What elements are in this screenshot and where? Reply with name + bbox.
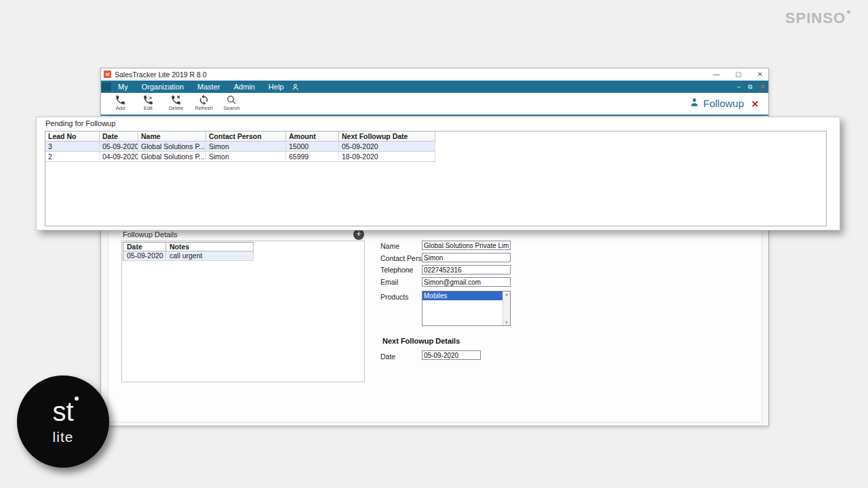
logo-dot-icon (75, 396, 79, 401)
add-followup-note-button[interactable]: + (353, 229, 364, 240)
edit-button[interactable]: Edit (134, 94, 162, 111)
pending-row-2[interactable]: 2 04-09-2020 Global Solutions P... Simon… (45, 152, 826, 162)
pending-row-1[interactable]: 3 05-09-2020 Global Solutions P... Simon… (45, 142, 826, 152)
telephone-label: Telephone (380, 266, 413, 274)
delete-button-label: Delete (169, 105, 184, 111)
refresh-button[interactable]: Refresh (190, 94, 218, 111)
col-amount[interactable]: Amount (286, 131, 339, 142)
pending-panel-title: Pending for Followup (45, 119, 115, 127)
cell-amount[interactable]: 65999 (286, 152, 339, 162)
minimize-icon[interactable]: — (713, 68, 719, 81)
view-title: Followup (703, 98, 744, 109)
edit-button-label: Edit (144, 105, 153, 111)
pending-followup-panel: Pending for Followup Lead No Date Name C… (36, 117, 840, 230)
email-field[interactable] (422, 277, 511, 287)
menu-item-master[interactable]: Master (191, 81, 227, 93)
followup-person-icon (690, 98, 699, 109)
products-listbox[interactable]: Mobiles ▲ ▼ (422, 291, 511, 326)
cell-contact-person[interactable]: Simon (206, 152, 286, 162)
pending-header-row: Lead No Date Name Contact Person Amount … (45, 131, 826, 142)
desktop-background: SPINSO st SalesTracker Lite 2019 R 8.0 —… (0, 0, 868, 488)
name-label: Name (380, 242, 399, 250)
spinso-logo-text: SPINSO (785, 9, 846, 26)
user-account-icon[interactable] (292, 83, 299, 91)
refresh-button-label: Refresh (195, 105, 212, 111)
close-icon[interactable]: ✕ (757, 68, 763, 81)
st-lite-logo: st lite (17, 375, 109, 468)
cell-date[interactable]: 05-09-2020 (100, 142, 138, 152)
window-titlebar[interactable]: st SalesTracker Lite 2019 R 8.0 — ▢ ✕ (101, 68, 768, 81)
notes-row[interactable]: 05-09-2020 call urgent (123, 251, 254, 261)
add-button[interactable]: Add (106, 94, 134, 111)
cell-contact-person[interactable]: Simon (206, 142, 286, 152)
spinso-logo-dot-icon (847, 10, 850, 14)
scroll-up-icon[interactable]: ▲ (503, 292, 510, 296)
col-date[interactable]: Date (100, 131, 138, 142)
search-icon (226, 94, 237, 106)
notes-cell-date[interactable]: 05-09-2020 (123, 251, 166, 261)
followup-notes-list[interactable]: Date Notes 05-09-2020 call urgent (121, 241, 365, 382)
followup-details-title: Followup Details (123, 230, 178, 239)
cell-lead-no[interactable]: 2 (45, 152, 100, 162)
next-date-field[interactable] (422, 350, 481, 360)
pending-list[interactable]: Lead No Date Name Contact Person Amount … (45, 131, 827, 226)
window-title: SalesTracker Lite 2019 R 8.0 (115, 70, 207, 79)
view-close-icon[interactable]: ✕ (751, 99, 759, 109)
products-label: Products (380, 293, 408, 301)
cell-name[interactable]: Global Solutions P... (138, 142, 206, 152)
mdi-restore-icon[interactable]: ⧉ (748, 83, 752, 91)
menu-item-help[interactable]: Help (262, 81, 291, 93)
phone-edit-icon (142, 94, 154, 106)
menu-item-admin[interactable]: Admin (227, 81, 262, 93)
cell-next-followup-date[interactable]: 18-09-2020 (339, 152, 435, 162)
col-lead-no[interactable]: Lead No (45, 131, 100, 142)
search-button-label: Search (224, 105, 240, 111)
cell-name[interactable]: Global Solutions P... (138, 152, 206, 162)
scroll-down-icon[interactable]: ▼ (503, 321, 510, 325)
phone-delete-icon (170, 94, 182, 106)
spinso-logo: SPINSO (785, 9, 850, 27)
name-field[interactable] (422, 241, 511, 250)
add-button-label: Add (116, 105, 125, 111)
logo-st-text: st (52, 398, 73, 425)
notes-cell-notes[interactable]: call urgent (166, 251, 254, 261)
product-item-selected[interactable]: Mobiles (422, 291, 502, 300)
system-menu-block (102, 83, 111, 92)
col-name[interactable]: Name (138, 131, 206, 142)
notes-header-row: Date Notes (123, 242, 254, 251)
toolbar: Add Edit Delete (101, 93, 768, 116)
logo-lite-text: lite (53, 429, 74, 445)
next-followup-title: Next Followup Details (382, 337, 460, 345)
email-label: Email (380, 278, 398, 286)
notes-col-notes[interactable]: Notes (166, 242, 254, 251)
cell-date[interactable]: 04-09-2020 (100, 152, 138, 162)
phone-add-icon (115, 94, 126, 106)
col-next-followup-date[interactable]: Next Followup Date (339, 131, 435, 142)
products-scrollbar[interactable]: ▲ ▼ (502, 291, 510, 325)
contact-person-field[interactable] (422, 253, 511, 262)
cell-lead-no[interactable]: 3 (45, 142, 100, 152)
notes-col-date[interactable]: Date (123, 242, 166, 251)
menu-item-my[interactable]: My (111, 81, 135, 93)
delete-button[interactable]: Delete (162, 94, 190, 111)
logo-st-letters: st (52, 396, 73, 426)
cell-next-followup-date[interactable]: 05-09-2020 (339, 142, 435, 152)
next-date-label: Date (380, 352, 395, 361)
app-icon: st (104, 70, 111, 78)
search-button[interactable]: Search (218, 94, 245, 111)
view-header: Followup (690, 98, 744, 109)
refresh-icon (198, 94, 210, 106)
maximize-icon[interactable]: ▢ (735, 68, 741, 81)
menu-bar: My Organization Master Admin Help – ⧉ ✕ (101, 81, 768, 93)
menu-item-organization[interactable]: Organization (135, 81, 191, 93)
mdi-close-icon[interactable]: ✕ (760, 83, 765, 90)
mdi-minimize-icon[interactable]: – (737, 83, 741, 90)
col-contact-person[interactable]: Contact Person (206, 131, 286, 142)
telephone-field[interactable] (422, 265, 511, 274)
cell-amount[interactable]: 15000 (286, 142, 339, 152)
